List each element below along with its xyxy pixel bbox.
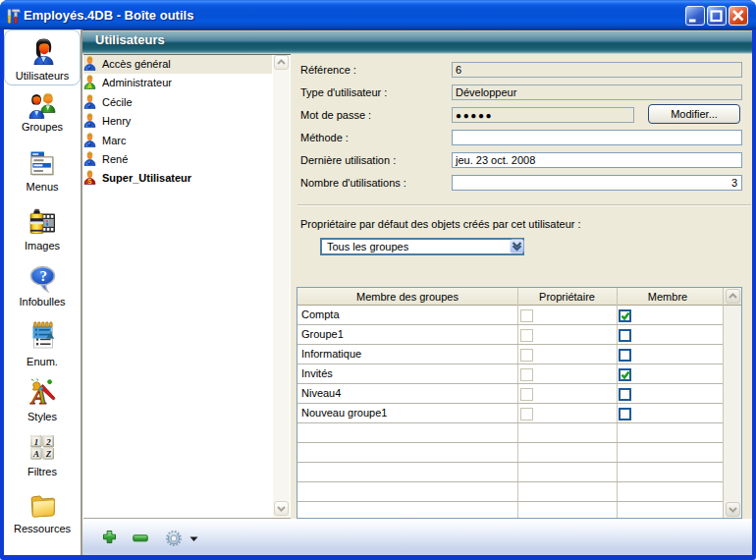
svg-text:2: 2 [45, 437, 51, 447]
svg-text:A: A [32, 449, 39, 459]
svg-text:1: 1 [34, 437, 39, 447]
svg-text:Z: Z [45, 449, 52, 459]
svg-text:A: A [87, 83, 92, 89]
svg-text:?: ? [39, 268, 47, 284]
svg-text:S: S [87, 178, 92, 185]
